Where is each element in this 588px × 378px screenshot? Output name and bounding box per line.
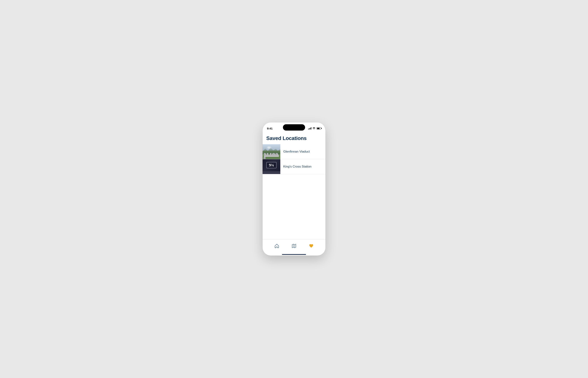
status-time: 9:41 (267, 127, 273, 130)
heart-icon (309, 243, 314, 248)
page-title: Saved Locations (266, 135, 322, 141)
nav-item-map[interactable] (288, 242, 300, 250)
home-indicator (263, 254, 325, 256)
home-icon (274, 243, 279, 248)
page-header: Saved Locations (263, 132, 325, 144)
nav-item-home[interactable] (271, 242, 283, 250)
thumbnail-glenfinnan (263, 144, 280, 159)
dynamic-island (283, 124, 305, 131)
map-icon (292, 243, 296, 248)
list-item[interactable]: Glenfinnan Viaduct (263, 144, 325, 159)
bottom-nav (263, 239, 325, 254)
status-bar: 9:41 (263, 122, 325, 132)
location-name-kingscross: King's Cross Station (280, 165, 325, 168)
status-icons (308, 127, 321, 129)
battery-icon (317, 127, 321, 129)
main-content: Saved Locations (263, 132, 325, 239)
list-item[interactable]: 9¾ King's Cross Station (263, 159, 325, 174)
phone-frame: 9:41 Saved Locations (263, 122, 325, 256)
nav-item-saved[interactable] (305, 242, 317, 250)
location-list: Glenfinnan Viaduct 9¾ King's Cross Stati… (263, 144, 325, 239)
platform-number: 9¾ (268, 163, 275, 167)
signal-icon (308, 127, 311, 129)
wifi-icon (312, 127, 315, 129)
thumbnail-kingscross: 9¾ (263, 159, 280, 174)
svg-point-0 (314, 129, 314, 129)
location-name-glenfinnan: Glenfinnan Viaduct (280, 150, 325, 153)
